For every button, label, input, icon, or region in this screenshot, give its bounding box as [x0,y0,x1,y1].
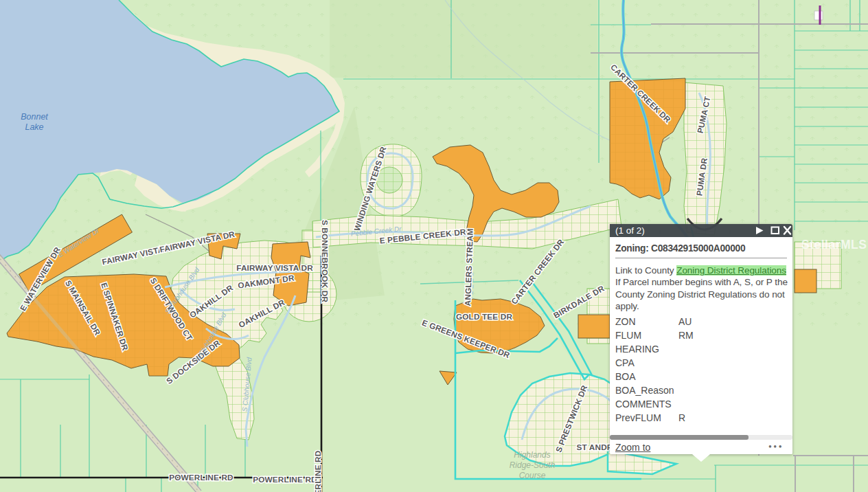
svg-text:Ridge-South: Ridge-South [510,460,556,470]
svg-text:FAIRWAY VISTA DR: FAIRWAY VISTA DR [236,263,313,273]
svg-text:Highlands: Highlands [514,450,550,460]
svg-text:ERLINE RD: ERLINE RD [313,450,323,492]
svg-text:Bonnet: Bonnet [21,112,48,122]
svg-text:Lake: Lake [25,122,43,132]
svg-text:POWERLINE RD: POWERLINE RD [169,473,233,482]
svg-text:Course: Course [519,471,546,480]
svg-text:S BONNEBROOK DR: S BONNEBROOK DR [320,220,330,303]
svg-text:GOLD TEE DR: GOLD TEE DR [456,312,513,322]
svg-text:POWERLINE RD: POWERLINE RD [253,475,317,484]
